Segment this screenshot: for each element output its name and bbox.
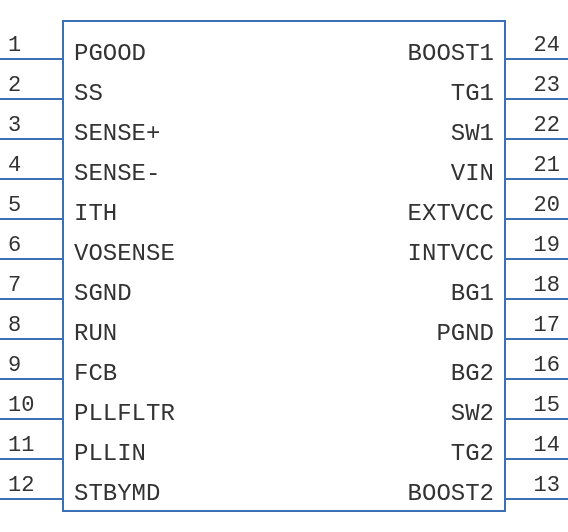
pin-20: EXTVCC 20 bbox=[506, 180, 568, 220]
pin-label: SW1 bbox=[451, 120, 494, 147]
pin-11: 11 PLLIN bbox=[0, 420, 62, 460]
pin-18: BG1 18 bbox=[506, 260, 568, 300]
pin-2: 2 SS bbox=[0, 60, 62, 100]
pin-label: TG1 bbox=[451, 80, 494, 107]
pin-label: PGOOD bbox=[74, 40, 146, 67]
pin-number: 7 bbox=[8, 273, 21, 298]
pin-10: 10 PLLFLTR bbox=[0, 380, 62, 420]
pin-number: 2 bbox=[8, 73, 21, 98]
pin-number: 11 bbox=[8, 433, 34, 458]
pin-number: 3 bbox=[8, 113, 21, 138]
pin-number: 10 bbox=[8, 393, 34, 418]
pin-lead: 11 bbox=[0, 420, 62, 460]
pin-label: BG2 bbox=[451, 360, 494, 387]
pin-lead: 4 bbox=[0, 140, 62, 180]
pin-number: 6 bbox=[8, 233, 21, 258]
pin-number: 12 bbox=[8, 473, 34, 498]
pin-number: 13 bbox=[534, 473, 560, 498]
pin-label: PLLIN bbox=[74, 440, 146, 467]
pin-lead: 23 bbox=[506, 60, 568, 100]
pin-lead: 19 bbox=[506, 220, 568, 260]
pin-6: 6 VOSENSE bbox=[0, 220, 62, 260]
pin-lead: 14 bbox=[506, 420, 568, 460]
pin-21: VIN 21 bbox=[506, 140, 568, 180]
pin-lead-line bbox=[506, 498, 568, 500]
pin-label: PLLFLTR bbox=[74, 400, 175, 427]
pin-number: 22 bbox=[534, 113, 560, 138]
pin-number: 4 bbox=[8, 153, 21, 178]
pin-label: TG2 bbox=[451, 440, 494, 467]
pin-label: ITH bbox=[74, 200, 117, 227]
pin-12: 12 STBYMD bbox=[0, 460, 62, 500]
pin-lead: 6 bbox=[0, 220, 62, 260]
pin-label: BOOST2 bbox=[408, 480, 494, 507]
pin-lead: 8 bbox=[0, 300, 62, 340]
pin-lead: 5 bbox=[0, 180, 62, 220]
pin-lead: 16 bbox=[506, 340, 568, 380]
pin-label: EXTVCC bbox=[408, 200, 494, 227]
pin-lead: 10 bbox=[0, 380, 62, 420]
pin-number: 15 bbox=[534, 393, 560, 418]
pin-8: 8 RUN bbox=[0, 300, 62, 340]
pin-label: SS bbox=[74, 80, 103, 107]
pin-label: SENSE- bbox=[74, 160, 160, 187]
pin-label: SGND bbox=[74, 280, 132, 307]
pin-label: FCB bbox=[74, 360, 117, 387]
pin-lead: 17 bbox=[506, 300, 568, 340]
pin-lead: 24 bbox=[506, 20, 568, 60]
pin-number: 5 bbox=[8, 193, 21, 218]
pin-24: BOOST1 24 bbox=[506, 20, 568, 60]
pin-number: 20 bbox=[534, 193, 560, 218]
pin-13: BOOST2 13 bbox=[506, 460, 568, 500]
pin-1: 1 PGOOD bbox=[0, 20, 62, 60]
pin-16: BG2 16 bbox=[506, 340, 568, 380]
pin-17: PGND 17 bbox=[506, 300, 568, 340]
pin-4: 4 SENSE- bbox=[0, 140, 62, 180]
pin-number: 24 bbox=[534, 33, 560, 58]
pin-label: BOOST1 bbox=[408, 40, 494, 67]
pin-number: 21 bbox=[534, 153, 560, 178]
pin-number: 16 bbox=[534, 353, 560, 378]
pin-lead: 18 bbox=[506, 260, 568, 300]
pin-lead: 12 bbox=[0, 460, 62, 500]
pin-label: VIN bbox=[451, 160, 494, 187]
pin-3: 3 SENSE+ bbox=[0, 100, 62, 140]
pin-9: 9 FCB bbox=[0, 340, 62, 380]
pin-number: 19 bbox=[534, 233, 560, 258]
pin-label: BG1 bbox=[451, 280, 494, 307]
pin-lead: 21 bbox=[506, 140, 568, 180]
pin-5: 5 ITH bbox=[0, 180, 62, 220]
pin-14: TG2 14 bbox=[506, 420, 568, 460]
pin-label: INTVCC bbox=[408, 240, 494, 267]
pin-7: 7 SGND bbox=[0, 260, 62, 300]
pin-number: 17 bbox=[534, 313, 560, 338]
pin-label: SW2 bbox=[451, 400, 494, 427]
pin-23: TG1 23 bbox=[506, 60, 568, 100]
pin-number: 23 bbox=[534, 73, 560, 98]
pin-lead: 1 bbox=[0, 20, 62, 60]
pin-lead: 15 bbox=[506, 380, 568, 420]
pin-lead-line bbox=[0, 498, 62, 500]
pin-number: 9 bbox=[8, 353, 21, 378]
pin-number: 8 bbox=[8, 313, 21, 338]
pin-22: SW1 22 bbox=[506, 100, 568, 140]
pin-number: 1 bbox=[8, 33, 21, 58]
pin-lead: 2 bbox=[0, 60, 62, 100]
pin-lead: 20 bbox=[506, 180, 568, 220]
pin-label: PGND bbox=[436, 320, 494, 347]
pin-19: INTVCC 19 bbox=[506, 220, 568, 260]
pin-label: RUN bbox=[74, 320, 117, 347]
pin-label: SENSE+ bbox=[74, 120, 160, 147]
pin-lead: 9 bbox=[0, 340, 62, 380]
pin-label: STBYMD bbox=[74, 480, 160, 507]
pin-15: SW2 15 bbox=[506, 380, 568, 420]
pin-lead: 3 bbox=[0, 100, 62, 140]
pin-lead: 22 bbox=[506, 100, 568, 140]
pin-label: VOSENSE bbox=[74, 240, 175, 267]
pin-number: 14 bbox=[534, 433, 560, 458]
pin-lead: 7 bbox=[0, 260, 62, 300]
pin-lead: 13 bbox=[506, 460, 568, 500]
pin-number: 18 bbox=[534, 273, 560, 298]
